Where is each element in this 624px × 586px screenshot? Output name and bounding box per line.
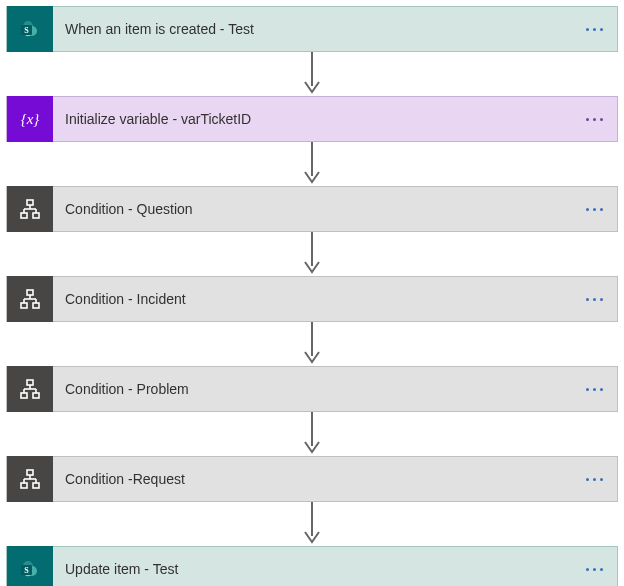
svg-rect-21 <box>21 303 27 308</box>
connector-arrow <box>6 142 618 186</box>
svg-rect-30 <box>33 393 39 398</box>
flow-step-condition[interactable]: Condition - Incident <box>6 276 618 322</box>
svg-rect-22 <box>33 303 39 308</box>
step-menu-button[interactable] <box>571 366 617 412</box>
condition-icon <box>7 366 53 412</box>
more-icon <box>586 28 603 31</box>
step-label: Condition - Incident <box>53 291 571 307</box>
condition-icon <box>7 186 53 232</box>
step-label: When an item is created - Test <box>53 21 571 37</box>
svg-rect-38 <box>33 483 39 488</box>
flow-container: S When an item is created - Test {x} Ini… <box>6 6 618 586</box>
connector-arrow <box>6 502 618 546</box>
connector-arrow <box>6 412 618 456</box>
step-label: Condition -Request <box>53 471 571 487</box>
step-menu-button[interactable] <box>571 456 617 502</box>
step-menu-button[interactable] <box>571 6 617 52</box>
svg-text:S: S <box>24 26 29 35</box>
flow-step-trigger[interactable]: S When an item is created - Test <box>6 6 618 52</box>
connector-arrow <box>6 322 618 366</box>
svg-text:S: S <box>24 566 29 575</box>
sharepoint-icon: S <box>7 6 53 52</box>
step-menu-button[interactable] <box>571 276 617 322</box>
more-icon <box>586 298 603 301</box>
connector-arrow <box>6 52 618 96</box>
more-icon <box>586 208 603 211</box>
svg-rect-8 <box>27 200 33 205</box>
condition-icon <box>7 276 53 322</box>
flow-step-variable[interactable]: {x} Initialize variable - varTicketID <box>6 96 618 142</box>
more-icon <box>586 388 603 391</box>
step-label: Condition - Problem <box>53 381 571 397</box>
step-label: Initialize variable - varTicketID <box>53 111 571 127</box>
svg-rect-16 <box>27 290 33 295</box>
more-icon <box>586 118 603 121</box>
variable-icon: {x} <box>7 96 53 142</box>
svg-rect-13 <box>21 213 27 218</box>
step-label: Update item - Test <box>53 561 571 577</box>
svg-text:{x}: {x} <box>21 111 40 127</box>
connector-arrow <box>6 232 618 276</box>
svg-rect-32 <box>27 470 33 475</box>
step-menu-button[interactable] <box>571 546 617 586</box>
step-menu-button[interactable] <box>571 96 617 142</box>
svg-rect-37 <box>21 483 27 488</box>
svg-rect-24 <box>27 380 33 385</box>
condition-icon <box>7 456 53 502</box>
svg-rect-14 <box>33 213 39 218</box>
svg-rect-29 <box>21 393 27 398</box>
more-icon <box>586 568 603 571</box>
step-label: Condition - Question <box>53 201 571 217</box>
sharepoint-icon: S <box>7 546 53 586</box>
flow-step-action[interactable]: S Update item - Test <box>6 546 618 586</box>
flow-step-condition[interactable]: Condition -Request <box>6 456 618 502</box>
flow-step-condition[interactable]: Condition - Question <box>6 186 618 232</box>
step-menu-button[interactable] <box>571 186 617 232</box>
more-icon <box>586 478 603 481</box>
flow-step-condition[interactable]: Condition - Problem <box>6 366 618 412</box>
